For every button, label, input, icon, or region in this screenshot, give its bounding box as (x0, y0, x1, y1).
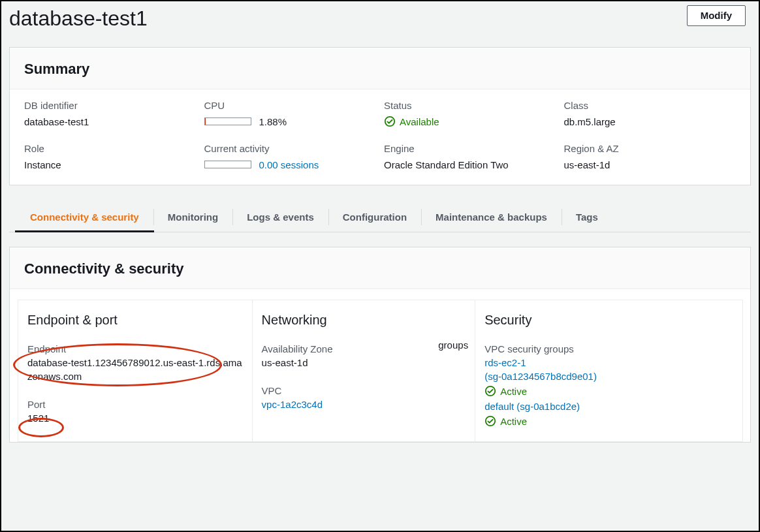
sg1-id-link[interactable]: (sg-0a1234567b8cd9e01) (484, 369, 733, 383)
endpoint-port-column: Endpoint & port Endpoint database-test1.… (18, 300, 253, 442)
cpu-label: CPU (204, 99, 377, 112)
cpu-bar (204, 117, 251, 125)
page-title: database-test1 (9, 5, 148, 31)
cpu-value: 1.88% (259, 115, 287, 129)
networking-heading: Networking (262, 311, 466, 329)
status-value: Available (400, 115, 439, 129)
connectivity-panel: Connectivity & security Endpoint & port … (9, 247, 751, 443)
tab-tags[interactable]: Tags (562, 202, 612, 232)
tab-monitoring[interactable]: Monitoring (153, 202, 232, 232)
activity-value-link[interactable]: 0.00 sessions (259, 158, 319, 172)
vpc-label: VPC (262, 384, 466, 398)
sg2-status: Active (500, 415, 527, 428)
check-circle-icon (484, 385, 496, 397)
sg2-name-link[interactable]: default (sg-0a1bcd2e) (484, 399, 733, 413)
port-value: 1521 (27, 411, 243, 425)
endpoint-value: database-test1.123456789012.us-east-1.rd… (27, 356, 243, 383)
role-value: Instance (24, 158, 197, 172)
class-value: db.m5.large (564, 115, 736, 129)
modify-button[interactable]: Modify (687, 5, 746, 26)
svg-point-1 (486, 386, 495, 396)
security-heading: Security (484, 311, 733, 329)
tab-connectivity[interactable]: Connectivity & security (16, 202, 153, 232)
db-identifier-label: DB identifier (24, 99, 197, 112)
az-value: us-east-1d (262, 356, 466, 369)
tab-bar: Connectivity & security Monitoring Logs … (9, 202, 751, 232)
engine-label: Engine (384, 142, 556, 155)
sg-label: VPC security groups (484, 342, 733, 356)
endpoint-label: Endpoint (27, 342, 243, 356)
class-label: Class (564, 99, 736, 112)
db-identifier-value: database-test1 (24, 115, 197, 129)
summary-panel: Summary DB identifier database-test1 CPU… (9, 47, 751, 185)
region-az-value: us-east-1d (564, 158, 736, 172)
activity-bar (204, 161, 251, 168)
engine-value: Oracle Standard Edition Two (384, 158, 556, 172)
svg-point-0 (385, 117, 394, 126)
status-label: Status (384, 99, 556, 112)
networking-column: groups Networking Availability Zone us-e… (252, 300, 476, 442)
region-az-label: Region & AZ (564, 142, 736, 155)
summary-heading: Summary (10, 48, 750, 89)
role-label: Role (24, 142, 197, 155)
groups-text: groups (438, 338, 468, 352)
endpoint-port-heading: Endpoint & port (27, 311, 243, 329)
check-circle-icon (384, 116, 396, 127)
port-label: Port (27, 398, 243, 411)
security-column: Security VPC security groups rds-ec2-1 (… (475, 300, 743, 442)
activity-label: Current activity (204, 142, 377, 155)
svg-point-2 (486, 416, 495, 426)
tab-maintenance[interactable]: Maintenance & backups (421, 202, 562, 232)
tab-logs-events[interactable]: Logs & events (232, 202, 328, 232)
sg1-name-link[interactable]: rds-ec2-1 (484, 356, 733, 369)
az-label: Availability Zone (262, 342, 466, 356)
tab-configuration[interactable]: Configuration (328, 202, 421, 232)
vpc-link[interactable]: vpc-1a2c3c4d (262, 399, 323, 410)
sg1-status: Active (500, 384, 527, 398)
check-circle-icon (484, 415, 496, 427)
connectivity-heading: Connectivity & security (10, 247, 750, 289)
